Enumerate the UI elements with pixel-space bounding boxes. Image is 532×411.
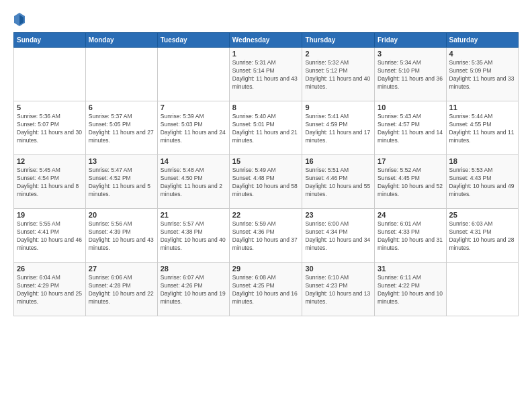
day-number: 11 <box>449 103 515 111</box>
calendar-header-thursday: Thursday <box>302 33 375 48</box>
day-info: Sunrise: 5:56 AM Sunset: 4:39 PM Dayligh… <box>89 220 154 253</box>
calendar-cell: 20Sunrise: 5:56 AM Sunset: 4:39 PM Dayli… <box>85 209 157 263</box>
day-number: 8 <box>232 103 300 111</box>
day-number: 18 <box>449 157 515 165</box>
day-info: Sunrise: 5:39 AM Sunset: 5:03 PM Dayligh… <box>161 113 226 145</box>
day-number: 23 <box>305 211 371 219</box>
calendar-cell: 4Sunrise: 5:35 AM Sunset: 5:09 PM Daylig… <box>446 48 518 101</box>
day-number: 25 <box>449 211 515 219</box>
calendar-cell: 26Sunrise: 6:04 AM Sunset: 4:29 PM Dayli… <box>14 263 86 316</box>
calendar-cell <box>14 48 86 101</box>
day-info: Sunrise: 5:34 AM Sunset: 5:10 PM Dayligh… <box>378 59 443 91</box>
calendar-header-monday: Monday <box>85 33 157 48</box>
day-number: 26 <box>17 265 83 273</box>
day-info: Sunrise: 5:36 AM Sunset: 5:07 PM Dayligh… <box>17 113 83 145</box>
calendar-cell <box>85 48 157 101</box>
calendar-week-row: 26Sunrise: 6:04 AM Sunset: 4:29 PM Dayli… <box>14 263 519 316</box>
calendar-header-saturday: Saturday <box>446 33 518 48</box>
header <box>13 12 519 27</box>
day-info: Sunrise: 5:40 AM Sunset: 5:01 PM Dayligh… <box>232 113 300 145</box>
day-info: Sunrise: 5:31 AM Sunset: 5:14 PM Dayligh… <box>232 59 300 91</box>
day-info: Sunrise: 6:03 AM Sunset: 4:31 PM Dayligh… <box>449 220 515 253</box>
calendar-cell: 29Sunrise: 6:08 AM Sunset: 4:25 PM Dayli… <box>229 263 302 316</box>
day-info: Sunrise: 5:53 AM Sunset: 4:43 PM Dayligh… <box>449 167 515 199</box>
day-number: 19 <box>17 211 83 219</box>
day-info: Sunrise: 5:59 AM Sunset: 4:36 PM Dayligh… <box>232 220 300 253</box>
calendar-cell: 18Sunrise: 5:53 AM Sunset: 4:43 PM Dayli… <box>446 155 518 209</box>
day-info: Sunrise: 6:07 AM Sunset: 4:26 PM Dayligh… <box>161 274 226 306</box>
calendar-cell: 22Sunrise: 5:59 AM Sunset: 4:36 PM Dayli… <box>229 209 302 263</box>
day-number: 13 <box>89 157 154 165</box>
calendar-header-sunday: Sunday <box>14 33 86 48</box>
calendar-header-tuesday: Tuesday <box>157 33 229 48</box>
day-info: Sunrise: 5:43 AM Sunset: 4:57 PM Dayligh… <box>378 113 443 145</box>
calendar-cell: 3Sunrise: 5:34 AM Sunset: 5:10 PM Daylig… <box>375 48 447 101</box>
day-number: 5 <box>17 103 83 111</box>
day-info: Sunrise: 5:48 AM Sunset: 4:50 PM Dayligh… <box>161 167 226 199</box>
calendar-cell: 21Sunrise: 5:57 AM Sunset: 4:38 PM Dayli… <box>157 209 229 263</box>
calendar-cell: 17Sunrise: 5:52 AM Sunset: 4:45 PM Dayli… <box>375 155 447 209</box>
day-number: 28 <box>161 265 226 273</box>
day-number: 1 <box>232 50 300 58</box>
day-info: Sunrise: 5:52 AM Sunset: 4:45 PM Dayligh… <box>378 167 443 199</box>
calendar-header-friday: Friday <box>375 33 447 48</box>
day-info: Sunrise: 5:57 AM Sunset: 4:38 PM Dayligh… <box>161 220 226 253</box>
calendar-cell <box>446 263 518 316</box>
logo <box>13 12 28 27</box>
day-number: 12 <box>17 157 83 165</box>
calendar-cell: 6Sunrise: 5:37 AM Sunset: 5:05 PM Daylig… <box>85 101 157 155</box>
day-number: 21 <box>161 211 226 219</box>
day-info: Sunrise: 6:01 AM Sunset: 4:33 PM Dayligh… <box>378 220 443 253</box>
day-number: 20 <box>89 211 154 219</box>
day-number: 27 <box>89 265 154 273</box>
day-number: 3 <box>378 50 443 58</box>
calendar-cell: 27Sunrise: 6:06 AM Sunset: 4:28 PM Dayli… <box>85 263 157 316</box>
day-info: Sunrise: 5:41 AM Sunset: 4:59 PM Dayligh… <box>305 113 371 145</box>
day-number: 30 <box>305 265 371 273</box>
calendar-cell: 24Sunrise: 6:01 AM Sunset: 4:33 PM Dayli… <box>375 209 447 263</box>
calendar-week-row: 5Sunrise: 5:36 AM Sunset: 5:07 PM Daylig… <box>14 101 519 155</box>
calendar-cell: 30Sunrise: 6:10 AM Sunset: 4:23 PM Dayli… <box>302 263 375 316</box>
calendar-cell: 9Sunrise: 5:41 AM Sunset: 4:59 PM Daylig… <box>302 101 375 155</box>
day-info: Sunrise: 5:47 AM Sunset: 4:52 PM Dayligh… <box>89 167 154 199</box>
calendar-cell: 23Sunrise: 6:00 AM Sunset: 4:34 PM Dayli… <box>302 209 375 263</box>
calendar-header-wednesday: Wednesday <box>229 33 302 48</box>
calendar-week-row: 12Sunrise: 5:45 AM Sunset: 4:54 PM Dayli… <box>14 155 519 209</box>
day-info: Sunrise: 5:55 AM Sunset: 4:41 PM Dayligh… <box>17 220 83 253</box>
day-info: Sunrise: 5:51 AM Sunset: 4:46 PM Dayligh… <box>305 167 371 199</box>
calendar-cell: 5Sunrise: 5:36 AM Sunset: 5:07 PM Daylig… <box>14 101 86 155</box>
day-info: Sunrise: 5:32 AM Sunset: 5:12 PM Dayligh… <box>305 59 371 91</box>
day-info: Sunrise: 5:49 AM Sunset: 4:48 PM Dayligh… <box>232 167 300 199</box>
day-number: 15 <box>232 157 300 165</box>
day-info: Sunrise: 6:00 AM Sunset: 4:34 PM Dayligh… <box>305 220 371 253</box>
calendar-header-row: SundayMondayTuesdayWednesdayThursdayFrid… <box>14 33 519 48</box>
calendar: SundayMondayTuesdayWednesdayThursdayFrid… <box>13 32 519 316</box>
calendar-week-row: 19Sunrise: 5:55 AM Sunset: 4:41 PM Dayli… <box>14 209 519 263</box>
day-number: 2 <box>305 50 371 58</box>
calendar-cell: 7Sunrise: 5:39 AM Sunset: 5:03 PM Daylig… <box>157 101 229 155</box>
day-number: 31 <box>378 265 443 273</box>
calendar-cell: 19Sunrise: 5:55 AM Sunset: 4:41 PM Dayli… <box>14 209 86 263</box>
calendar-cell <box>157 48 229 101</box>
calendar-cell: 28Sunrise: 6:07 AM Sunset: 4:26 PM Dayli… <box>157 263 229 316</box>
calendar-cell: 13Sunrise: 5:47 AM Sunset: 4:52 PM Dayli… <box>85 155 157 209</box>
day-info: Sunrise: 5:44 AM Sunset: 4:55 PM Dayligh… <box>449 113 515 145</box>
logo-icon <box>13 12 26 27</box>
calendar-cell: 16Sunrise: 5:51 AM Sunset: 4:46 PM Dayli… <box>302 155 375 209</box>
calendar-cell: 31Sunrise: 6:11 AM Sunset: 4:22 PM Dayli… <box>375 263 447 316</box>
day-number: 14 <box>161 157 226 165</box>
day-info: Sunrise: 5:35 AM Sunset: 5:09 PM Dayligh… <box>449 59 515 91</box>
calendar-cell: 25Sunrise: 6:03 AM Sunset: 4:31 PM Dayli… <box>446 209 518 263</box>
calendar-cell: 12Sunrise: 5:45 AM Sunset: 4:54 PM Dayli… <box>14 155 86 209</box>
day-number: 9 <box>305 103 371 111</box>
calendar-cell: 11Sunrise: 5:44 AM Sunset: 4:55 PM Dayli… <box>446 101 518 155</box>
day-info: Sunrise: 6:08 AM Sunset: 4:25 PM Dayligh… <box>232 274 300 306</box>
calendar-cell: 10Sunrise: 5:43 AM Sunset: 4:57 PM Dayli… <box>375 101 447 155</box>
day-number: 22 <box>232 211 300 219</box>
day-number: 4 <box>449 50 515 58</box>
day-info: Sunrise: 5:37 AM Sunset: 5:05 PM Dayligh… <box>89 113 154 145</box>
calendar-cell: 14Sunrise: 5:48 AM Sunset: 4:50 PM Dayli… <box>157 155 229 209</box>
day-number: 7 <box>161 103 226 111</box>
day-number: 24 <box>378 211 443 219</box>
day-number: 17 <box>378 157 443 165</box>
